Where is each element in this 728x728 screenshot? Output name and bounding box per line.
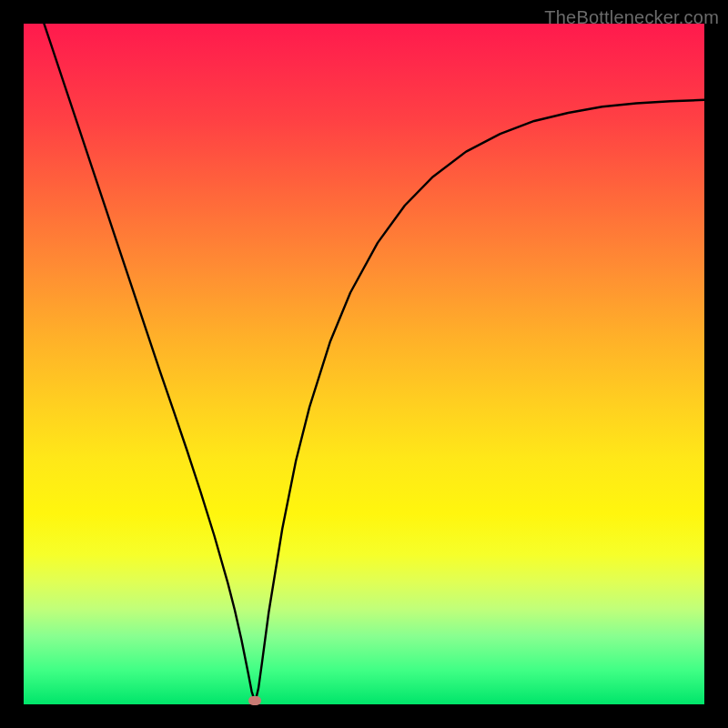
optimal-point-marker bbox=[248, 696, 261, 705]
watermark-text: TheBottleneсker.com bbox=[544, 7, 719, 28]
bottleneck-curve bbox=[24, 24, 704, 704]
plot-area bbox=[24, 24, 704, 704]
chart-frame: TheBottleneсker.com bbox=[0, 0, 728, 728]
